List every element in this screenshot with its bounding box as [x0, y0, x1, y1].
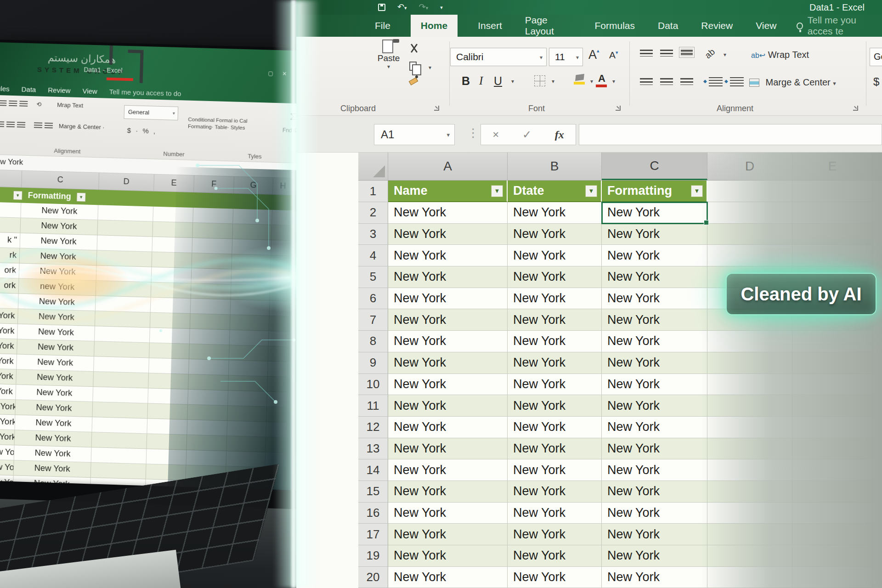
cell-dtate[interactable]: New York [508, 374, 602, 396]
lcd-city-cell[interactable]: New York [15, 400, 93, 417]
cell-name[interactable]: New York [388, 202, 508, 224]
chevron-down-icon[interactable]: ▾ [552, 78, 554, 85]
tab-home[interactable]: Home [411, 15, 458, 37]
cell-dtate[interactable]: New York [508, 503, 602, 524]
cell-dtate[interactable]: New York [508, 202, 602, 224]
cell-formatting[interactable]: New York [602, 503, 707, 524]
lcd-partial-cell[interactable] [0, 293, 19, 309]
currency-format-button[interactable]: $ [873, 75, 879, 88]
lcd-partial-cell[interactable]: w York [0, 369, 17, 385]
grow-font-icon[interactable]: A [588, 48, 599, 62]
bold-button[interactable]: B [462, 74, 470, 88]
lcd-empty-cell[interactable] [92, 417, 147, 434]
indent-increase-icon[interactable] [730, 77, 744, 86]
lcd-city-cell[interactable]: New York [17, 324, 95, 341]
cell-dtate[interactable]: New York [508, 545, 602, 567]
lcd-city-cell[interactable]: New York [14, 445, 92, 463]
cell-name[interactable]: New York [388, 224, 508, 245]
italic-button[interactable]: I [479, 74, 483, 87]
row-number[interactable]: 11 [358, 395, 388, 417]
left-header-formatting[interactable]: Formatting [24, 191, 75, 202]
left-col-c[interactable]: C [22, 171, 99, 190]
align-top-icon[interactable] [639, 47, 654, 58]
align-top-icon[interactable] [0, 100, 6, 106]
lcd-city-cell[interactable]: New York [20, 218, 98, 236]
left-styles-buttons[interactable]: Conditional Formal io Cal Formating· Tab… [188, 116, 280, 133]
column-header-c[interactable]: C [602, 153, 707, 180]
cell-dtate[interactable]: New York [508, 438, 602, 460]
cell-formatting[interactable]: New York [602, 567, 707, 588]
filter-arrow-icon[interactable]: ▼ [491, 185, 503, 197]
row-number[interactable]: 20 [358, 567, 388, 588]
cell-formatting[interactable]: New York [602, 288, 707, 310]
underline-button[interactable]: U [494, 74, 502, 88]
paste-button[interactable]: Paste ▾ [374, 42, 403, 70]
lcd-empty-cell[interactable] [96, 296, 151, 312]
row-number[interactable]: 2 [358, 202, 388, 224]
dialog-launcher-icon[interactable] [616, 106, 621, 111]
align-middle-icon[interactable] [659, 47, 674, 58]
cell-name[interactable]: New York [388, 395, 508, 417]
chevron-down-icon[interactable]: ▾ [429, 64, 431, 71]
tab-review[interactable]: Review [698, 16, 735, 36]
wrap-text-button[interactable]: ab↩ Wrap Text [751, 50, 809, 60]
lcd-empty-cell[interactable] [94, 341, 150, 358]
lcd-empty-cell[interactable] [95, 311, 151, 328]
lcd-city-cell[interactable]: New York [16, 384, 93, 402]
cell-dtate[interactable]: New York [508, 288, 602, 310]
cell-name[interactable]: New York [388, 331, 508, 352]
cell-name[interactable]: New York [388, 288, 508, 310]
row-number[interactable]: 14 [358, 459, 388, 481]
lcd-partial-cell[interactable]: York [0, 323, 18, 339]
insert-function-icon[interactable]: fx [555, 129, 564, 141]
cell-name[interactable]: New York [388, 245, 508, 266]
row-number[interactable]: 5 [358, 266, 388, 288]
font-color-icon[interactable]: A [596, 74, 608, 87]
lcd-empty-cell[interactable] [97, 250, 153, 267]
lcd-empty-cell[interactable] [93, 372, 149, 388]
undo-icon[interactable]: ↶▾ [397, 3, 407, 12]
indent-decrease-icon[interactable] [34, 122, 42, 128]
tab-formulas[interactable]: Formulas [592, 16, 638, 36]
cell-formatting[interactable]: New York [602, 438, 707, 460]
align-center-icon[interactable] [6, 122, 15, 128]
align-left-icon[interactable] [639, 75, 654, 86]
indent-decrease-icon[interactable] [709, 77, 723, 86]
cell-name[interactable]: New York [388, 374, 508, 396]
number-format-select[interactable]: Ge [870, 48, 882, 66]
row-number[interactable]: 13 [358, 438, 388, 460]
lcd-empty-cell[interactable] [95, 326, 150, 343]
lcd-partial-cell[interactable]: York [0, 339, 17, 355]
cell-formatting[interactable]: New York [602, 352, 707, 374]
shrink-font-icon[interactable]: A [609, 50, 618, 61]
cell-dtate[interactable]: New York [508, 481, 602, 503]
align-middle-icon[interactable] [9, 101, 17, 107]
align-right-icon[interactable] [679, 75, 695, 86]
chevron-down-icon[interactable]: ▾ [590, 78, 593, 85]
tab-insert[interactable]: Insert [475, 16, 505, 36]
filter-arrow-icon[interactable]: ▼ [76, 192, 86, 202]
lcd-city-cell[interactable]: new York [19, 279, 96, 296]
lcd-partial-cell[interactable]: ew York [0, 430, 15, 446]
cell-formatting[interactable]: New York [602, 524, 707, 545]
lcd-city-cell[interactable]: New York [18, 309, 96, 327]
tab-data[interactable]: Data [655, 16, 681, 36]
align-center-icon[interactable] [659, 75, 674, 86]
header-cell-name[interactable]: Name ▼ [388, 181, 508, 202]
row-number[interactable]: 3 [358, 224, 388, 245]
cell-formatting[interactable]: New York [602, 545, 707, 567]
cell-name[interactable]: New York [388, 266, 508, 288]
lcd-partial-cell[interactable] [0, 202, 21, 218]
lcd-city-cell[interactable]: New York [15, 430, 92, 447]
cell-dtate[interactable]: New York [508, 331, 602, 352]
chevron-down-icon[interactable]: ▾ [612, 78, 615, 85]
chevron-down-icon[interactable]: ▾ [724, 51, 726, 58]
row-number[interactable]: 12 [358, 417, 388, 438]
row-number[interactable]: 10 [358, 374, 388, 396]
tab-view[interactable]: View [753, 16, 779, 36]
cell-formatting[interactable]: New York [602, 245, 707, 266]
row-number[interactable]: 1 [358, 181, 388, 202]
cell-name[interactable]: New York [388, 481, 508, 503]
cut-icon[interactable] [408, 43, 420, 55]
cell-name[interactable]: New York [388, 459, 508, 481]
